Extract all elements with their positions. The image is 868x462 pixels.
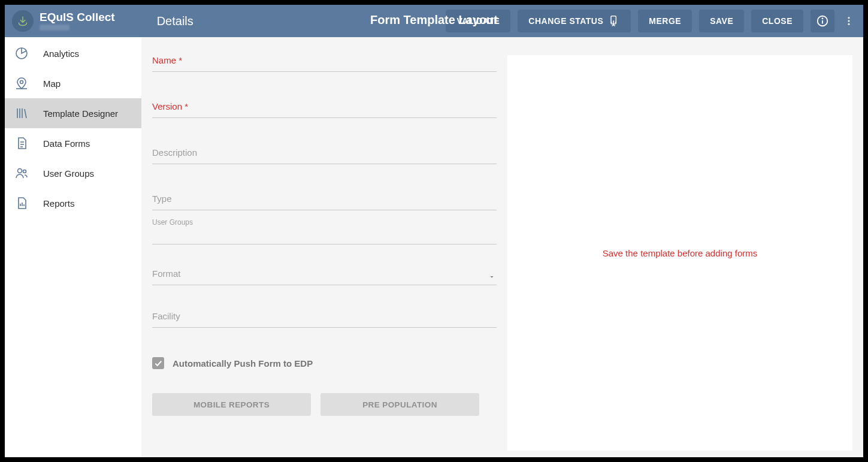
sidebar: Analytics Map Template Designer Data For… [5, 37, 141, 457]
app-title: EQuIS Collect [40, 11, 115, 23]
sidebar-item-label: Analytics [43, 49, 79, 59]
report-icon [13, 195, 30, 212]
sidebar-item-reports[interactable]: Reports [5, 188, 141, 218]
sidebar-item-user-groups[interactable]: User Groups [5, 158, 141, 188]
more-menu-button[interactable] [842, 10, 856, 32]
svg-line-13 [25, 109, 26, 118]
auto-push-row: Automatically Push Form to EDP [152, 357, 497, 369]
preview-empty-message: Save the template before adding forms [603, 248, 758, 258]
facility-input[interactable] [152, 311, 497, 328]
user-groups-label: User Groups [152, 218, 497, 227]
svg-point-6 [848, 23, 849, 25]
save-button[interactable]: SAVE [699, 10, 744, 32]
form-field-description: Description [152, 147, 497, 166]
sidebar-item-data-forms[interactable]: Data Forms [5, 128, 141, 158]
merge-button[interactable]: MERGE [638, 10, 692, 32]
form-field-name: Name * [152, 55, 497, 74]
description-input[interactable] [152, 147, 497, 164]
pie-chart-icon [13, 45, 30, 62]
sidebar-item-template-designer[interactable]: Template Designer [5, 98, 141, 128]
form-field-version: Version * [152, 101, 497, 120]
more-vertical-icon [843, 16, 854, 26]
format-select[interactable] [152, 268, 497, 285]
version-input[interactable] [152, 101, 497, 118]
mobile-reports-button[interactable]: MOBILE REPORTS [152, 393, 311, 416]
change-status-button[interactable]: CHANGE STATUS [518, 10, 631, 32]
form-pane: Name * Version * Description Type User G [152, 37, 497, 446]
auto-push-checkbox[interactable] [152, 357, 164, 369]
users-icon [13, 165, 30, 182]
svg-point-5 [848, 20, 849, 22]
sidebar-item-label: User Groups [43, 168, 94, 179]
change-status-label: CHANGE STATUS [528, 16, 603, 26]
map-pin-icon [13, 75, 30, 92]
svg-point-8 [20, 81, 23, 84]
app-header: EQuIS Collect Details Form Template Layo… [5, 5, 863, 37]
sidebar-item-label: Template Designer [43, 108, 118, 119]
svg-point-18 [23, 170, 26, 173]
preview-pane: Save the template before adding forms [507, 55, 852, 451]
type-input[interactable] [152, 194, 497, 210]
pre-population-button[interactable]: PRE POPULATION [320, 393, 479, 416]
books-icon [13, 105, 30, 122]
app-subtitle-redacted [40, 25, 69, 31]
sidebar-item-label: Reports [43, 198, 75, 209]
form-field-format: Format [152, 268, 497, 287]
user-groups-input[interactable] [152, 229, 497, 244]
check-icon [153, 358, 163, 368]
info-button[interactable] [810, 10, 834, 32]
app-logo[interactable] [12, 10, 34, 32]
document-icon [13, 135, 30, 152]
form-field-user-groups: User Groups [152, 218, 497, 244]
header-section-title: Details [139, 14, 193, 28]
svg-point-3 [822, 18, 823, 19]
close-button[interactable]: CLOSE [751, 10, 803, 32]
form-field-facility: Facility [152, 311, 497, 330]
form-field-type: Type [152, 194, 497, 212]
svg-point-17 [18, 169, 22, 173]
device-touch-icon [608, 15, 620, 27]
name-input[interactable] [152, 55, 497, 72]
svg-point-4 [848, 17, 849, 19]
sidebar-item-map[interactable]: Map [5, 68, 141, 98]
sidebar-item-label: Map [43, 78, 61, 89]
page-title: Form Template Layout [370, 13, 498, 27]
info-icon [816, 14, 829, 28]
auto-push-label: Automatically Push Form to EDP [173, 358, 313, 369]
sidebar-item-analytics[interactable]: Analytics [5, 38, 141, 68]
sidebar-item-label: Data Forms [43, 138, 90, 149]
